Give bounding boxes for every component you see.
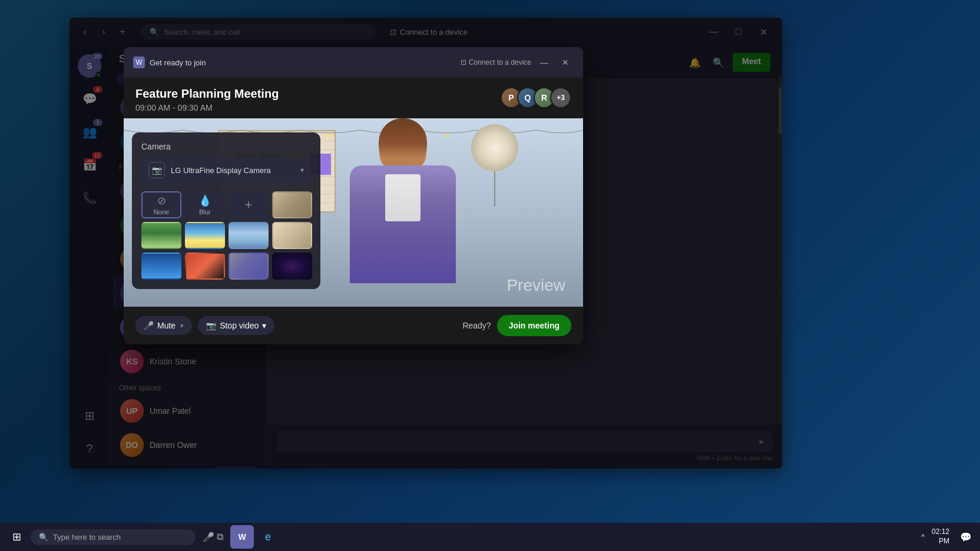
meeting-time: 09:00 AM - 09:30 AM (135, 103, 279, 112)
ready-text: Ready? (462, 321, 491, 330)
bg-option-space[interactable] (272, 253, 312, 280)
taskbar-apps: W e (230, 525, 280, 549)
taskbar-search-placeholder: Type here to search (53, 533, 121, 542)
clock-period: PM (932, 537, 949, 546)
mute-button[interactable]: 🎤 Mute ▾ (135, 316, 192, 335)
camera-chevron-icon: ▾ (300, 166, 304, 174)
join-modal: W Get ready to join ⊡ Connect to a devic… (124, 47, 583, 344)
mute-chevron-icon: ▾ (180, 322, 184, 330)
modal-connect-icon: ⊡ (461, 58, 466, 67)
modal-close-button[interactable]: ✕ (557, 54, 574, 71)
taskbar: ⊞ 🔍 Type here to search 🎤 ⧉ W e ^ 02:12 … (0, 523, 980, 551)
add-icon: + (245, 197, 253, 213)
taskbar-chevron-icon[interactable]: ^ (921, 533, 925, 541)
meeting-details: Feature Planning Meeting 09:00 AM - 09:3… (135, 87, 279, 112)
meeting-title: Feature Planning Meeting (135, 87, 279, 101)
participant-avatars: P Q R +3 (501, 87, 571, 108)
person-silhouette (320, 118, 485, 307)
camera-select-icon: 📷 (148, 162, 165, 178)
meeting-info: Feature Planning Meeting 09:00 AM - 09:3… (124, 78, 583, 118)
participant-count: +3 (550, 87, 571, 108)
bg-option-red[interactable] (185, 253, 225, 280)
mute-icon: 🎤 (144, 321, 154, 330)
taskbar-right: ^ 02:12 PM 💬 (921, 527, 975, 546)
camera-select[interactable]: 📷 LG UltraFine Display Camera ▾ (141, 157, 311, 183)
taskbar-app-edge[interactable]: e (256, 525, 280, 549)
clock-time: 02:12 (932, 527, 949, 537)
preview-text: Preview (506, 276, 565, 295)
mute-label: Mute (157, 321, 176, 330)
modal-header: W Get ready to join ⊡ Connect to a devic… (124, 47, 583, 78)
bg-option-mountain[interactable] (229, 222, 269, 249)
camera-label: Camera (141, 142, 311, 151)
camera-panel: Camera 📷 LG UltraFine Display Camera ▾ ⊘… (132, 132, 320, 289)
modal-controls: 🎤 Mute ▾ 📷 Stop video ▾ Ready? Join meet… (124, 307, 583, 344)
taskbar-app-teams[interactable]: W (230, 525, 254, 549)
video-label: Stop video (220, 321, 259, 330)
blur-icon: 💧 (198, 194, 211, 207)
modal-header-title: Get ready to join (150, 58, 206, 67)
modal-connect-button[interactable]: ⊡ Connect to a device (461, 58, 531, 67)
modal-minimize-button[interactable]: — (536, 54, 552, 71)
stop-video-button[interactable]: 📷 Stop video ▾ (198, 316, 274, 335)
video-chevron-icon: ▾ (262, 321, 266, 330)
teams-logo-icon: W (133, 57, 145, 68)
taskbar-search[interactable]: 🔍 Type here to search (31, 529, 196, 545)
bg-option-add[interactable]: + (229, 191, 269, 218)
bg-option-desk[interactable] (229, 253, 269, 280)
bg-option-nature[interactable] (141, 222, 181, 249)
bg-option-beach[interactable] (185, 222, 225, 249)
start-button[interactable]: ⊞ (5, 525, 28, 549)
bg-option-none[interactable]: ⊘ None (141, 191, 181, 218)
camera-name: LG UltraFine Display Camera (171, 166, 294, 175)
bg-option-blur[interactable]: 💧 Blur (185, 191, 225, 218)
video-preview: Preview Camera 📷 LG UltraFine Display Ca… (124, 118, 583, 307)
join-meeting-button[interactable]: Join meeting (497, 315, 571, 336)
taskbar-clock: 02:12 PM (932, 527, 949, 546)
bg-option-room2[interactable] (272, 222, 312, 249)
bg-option-wave[interactable] (141, 253, 181, 280)
notification-button[interactable]: 💬 (956, 527, 975, 546)
bg-option-room1[interactable] (272, 191, 312, 218)
blur-label: Blur (199, 208, 211, 215)
taskbar-virtual-desktop-icon[interactable]: ⧉ (217, 532, 223, 542)
video-icon: 📷 (206, 321, 216, 330)
none-label: None (154, 208, 169, 215)
none-icon: ⊘ (157, 194, 166, 207)
taskbar-mic-icon[interactable]: 🎤 (203, 532, 214, 543)
background-grid: ⊘ None 💧 Blur + (141, 191, 311, 280)
taskbar-search-icon: 🔍 (39, 533, 48, 542)
